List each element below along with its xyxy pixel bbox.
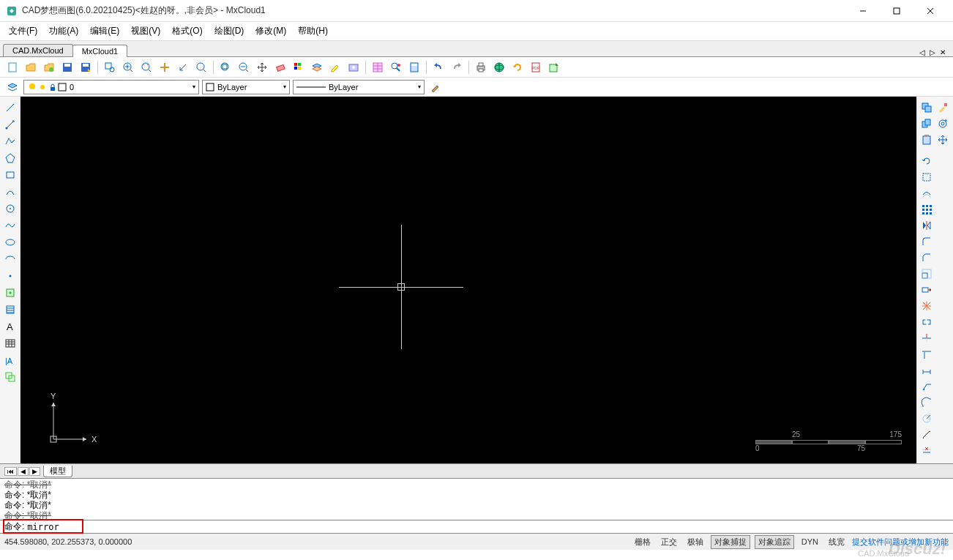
extend-icon[interactable] — [919, 346, 934, 362]
paste-icon[interactable] — [919, 132, 934, 147]
zoom-out-icon[interactable] — [236, 59, 252, 75]
modeltab-next-icon[interactable]: ▶ — [29, 467, 40, 476]
leader-icon[interactable] — [919, 378, 934, 394]
ray-icon[interactable] — [2, 116, 18, 132]
status-ortho[interactable]: 正交 — [658, 536, 680, 548]
tab-mxcloud1[interactable]: MxCloud1 — [72, 45, 128, 57]
layer-select[interactable]: 0 ▾ — [23, 80, 199, 94]
zoom-extents-icon[interactable] — [138, 59, 154, 75]
status-polar[interactable]: 极轴 — [684, 536, 706, 548]
offset-icon[interactable] — [919, 185, 934, 201]
find-icon[interactable] — [388, 59, 404, 75]
zoom-all-icon[interactable] — [217, 59, 233, 75]
drawing-canvas[interactable]: X Y 25 175 0 75 — [20, 97, 916, 463]
rectangle-icon[interactable] — [2, 167, 18, 183]
circle-icon[interactable] — [2, 201, 18, 217]
close-button[interactable] — [913, 0, 947, 22]
tab-next-icon[interactable]: ▷ — [928, 48, 937, 56]
select-rect-icon[interactable] — [919, 169, 934, 184]
menu-view[interactable]: 视图(V) — [125, 23, 166, 40]
chamfer-icon[interactable] — [919, 250, 934, 265]
menu-help[interactable]: 帮助(H) — [292, 23, 334, 40]
line-icon[interactable] — [2, 100, 18, 116]
status-lineweight[interactable]: 线宽 — [826, 536, 848, 548]
rotate-icon[interactable] — [919, 153, 934, 168]
hatch-icon[interactable] — [2, 302, 18, 318]
linetype-select[interactable]: ByLayer ▾ — [293, 80, 425, 94]
polyline-icon[interactable] — [2, 133, 18, 149]
status-dyn[interactable]: DYN — [799, 537, 821, 547]
print-icon[interactable] — [473, 59, 489, 75]
maximize-button[interactable] — [880, 0, 913, 22]
arc-icon[interactable] — [2, 184, 18, 200]
undo-icon[interactable] — [430, 59, 446, 75]
redo-icon[interactable] — [449, 59, 465, 75]
screenshot-icon[interactable] — [345, 59, 362, 75]
menu-draw[interactable]: 绘图(D) — [209, 23, 250, 40]
fillet-icon[interactable] — [919, 234, 934, 249]
mtext-icon[interactable]: |A — [2, 352, 18, 368]
ellipse-icon[interactable] — [2, 234, 18, 250]
tab-cadmxcloud[interactable]: CAD.MxCloud — [3, 44, 73, 56]
menu-format[interactable]: 格式(O) — [166, 23, 208, 40]
mirror-icon[interactable] — [919, 217, 934, 233]
zoom-in-icon[interactable] — [120, 59, 136, 75]
array-icon[interactable] — [919, 201, 934, 217]
tab-prev-icon[interactable]: ◁ — [918, 48, 927, 56]
table-draw-icon[interactable] — [2, 335, 18, 351]
move-modify-icon[interactable] — [935, 132, 950, 147]
command-input[interactable] — [27, 522, 949, 532]
scale-icon[interactable] — [919, 266, 934, 281]
status-otrack[interactable]: 对象追踪 — [755, 535, 794, 549]
offset-loop-icon[interactable] — [935, 116, 950, 131]
open-icon[interactable] — [23, 59, 39, 75]
saveas-icon[interactable] — [78, 59, 94, 75]
status-grid[interactable]: 栅格 — [632, 536, 654, 548]
save-icon[interactable] — [59, 59, 75, 75]
color-icon[interactable] — [291, 59, 307, 75]
calc-icon[interactable] — [406, 59, 422, 75]
spline-icon[interactable] — [2, 217, 18, 234]
status-osnap[interactable]: 对象捕捉 — [711, 535, 750, 549]
ellipse-arc-icon[interactable] — [2, 251, 18, 267]
new-icon[interactable] — [4, 59, 20, 75]
model-tab[interactable]: 模型 — [43, 466, 72, 477]
menu-file[interactable]: 文件(F) — [3, 23, 43, 40]
brush-icon[interactable] — [427, 79, 444, 95]
text-icon[interactable]: A — [2, 318, 18, 335]
move-icon[interactable] — [254, 59, 270, 75]
break-icon[interactable] — [919, 314, 934, 329]
table-icon[interactable] — [370, 59, 386, 75]
trim-icon[interactable] — [919, 330, 934, 346]
dim-half-icon[interactable] — [919, 443, 934, 458]
zoom-previous-icon[interactable] — [175, 59, 191, 75]
modeltab-prev-icon[interactable]: ◀ — [18, 467, 29, 476]
layer-icon[interactable] — [309, 59, 325, 75]
copy2-icon[interactable] — [919, 116, 934, 131]
zoom-window-icon[interactable] — [102, 59, 118, 75]
refresh-icon[interactable] — [509, 59, 526, 75]
pdf-icon[interactable]: PDF — [528, 59, 544, 75]
menu-modify[interactable]: 修改(M) — [250, 23, 292, 40]
dim-radius-icon[interactable] — [919, 411, 934, 426]
export-icon[interactable] — [546, 59, 562, 75]
dim-aligned-icon[interactable] — [919, 427, 934, 442]
command-history[interactable]: 命令: *取消* 命令: *取消* 命令: *取消* 命令: *取消* — [0, 478, 953, 520]
minimize-button[interactable] — [846, 0, 880, 22]
region-icon[interactable] — [2, 369, 18, 385]
matchprop-icon[interactable] — [935, 100, 950, 115]
modeltab-first-icon[interactable]: ⏮ — [4, 467, 17, 476]
dimension-arc-icon[interactable] — [919, 395, 934, 410]
erase-icon[interactable] — [272, 59, 288, 75]
menu-edit[interactable]: 编辑(E) — [84, 23, 125, 40]
explode-icon[interactable] — [919, 298, 934, 313]
block-icon[interactable] — [2, 285, 18, 301]
menu-function[interactable]: 功能(A) — [43, 23, 84, 40]
globe-icon[interactable] — [491, 59, 507, 75]
tab-close-icon[interactable]: ✕ — [938, 48, 947, 56]
pan-icon[interactable] — [157, 59, 173, 75]
stretch-icon[interactable] — [919, 282, 934, 297]
layer-manager-icon[interactable] — [4, 79, 20, 95]
feedback-link[interactable]: 提交软件问题或增加新功能 — [852, 537, 949, 548]
zoom-realtime-icon[interactable] — [193, 59, 209, 75]
